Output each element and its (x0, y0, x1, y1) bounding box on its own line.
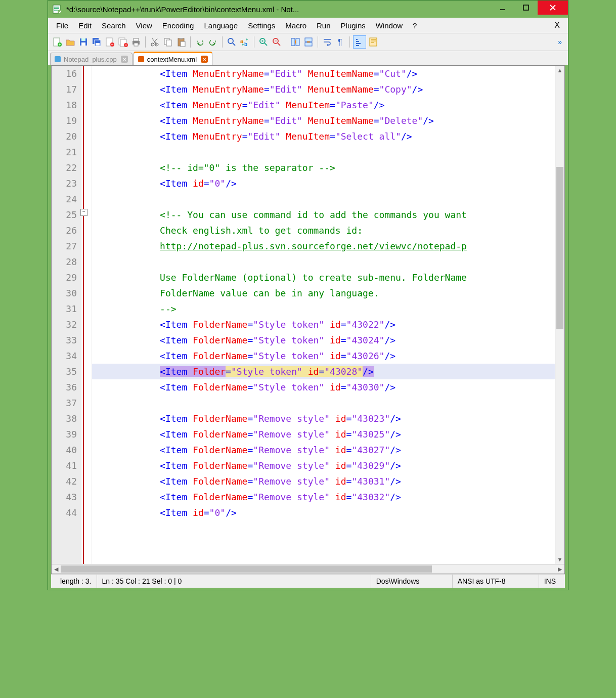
scrollbar-thumb[interactable] (556, 167, 563, 329)
svg-rect-39 (291, 38, 295, 46)
show-all-icon[interactable]: ¶ (334, 36, 346, 48)
app-window: *d:\source\Notepad++\trunk\PowerEditor\b… (48, 0, 568, 590)
svg-rect-42 (305, 42, 312, 46)
line-number-gutter: 1617181920212223242526272829303132333435… (52, 66, 81, 564)
replace-icon[interactable]: ab (239, 36, 251, 48)
svg-rect-27 (166, 40, 171, 46)
redo-icon[interactable] (207, 36, 219, 48)
window-buttons (491, 1, 568, 18)
svg-rect-29 (180, 38, 183, 39)
svg-rect-13 (96, 43, 100, 46)
toolbar-separator (318, 36, 318, 48)
status-encoding[interactable]: ANSI as UTF-8 (453, 575, 539, 588)
fold-margin[interactable]: − (81, 66, 92, 564)
status-length: length : 3. (55, 575, 97, 588)
scroll-left-icon[interactable]: ◀ (52, 566, 61, 573)
tab-label: contextMenu.xml (147, 56, 197, 63)
tab-bar: Notepad_plus.cpp ✕ contextMenu.xml ✕ (48, 51, 568, 65)
menu-window[interactable]: Window (371, 19, 408, 32)
menu-macro[interactable]: Macro (280, 19, 312, 32)
open-icon[interactable] (64, 36, 76, 48)
menu-close-doc[interactable]: X (549, 19, 565, 32)
svg-line-38 (278, 43, 280, 46)
menu-search[interactable]: Search (97, 19, 131, 32)
svg-rect-9 (81, 38, 85, 41)
svg-line-36 (265, 43, 267, 46)
menu-edit[interactable]: Edit (73, 19, 97, 32)
indent-guide-icon[interactable] (353, 35, 366, 49)
close-icon[interactable] (104, 36, 116, 48)
svg-point-31 (228, 38, 233, 43)
app-icon (52, 4, 62, 14)
save-icon[interactable] (77, 36, 90, 48)
scroll-up-icon[interactable]: ▲ (555, 66, 564, 75)
undo-icon[interactable] (194, 36, 206, 48)
menu-encoding[interactable]: Encoding (157, 19, 199, 32)
svg-rect-10 (81, 42, 85, 46)
toolbar-separator (145, 36, 146, 48)
menu-settings[interactable]: Settings (243, 19, 280, 32)
svg-rect-3 (523, 5, 529, 10)
scroll-down-icon[interactable]: ▼ (555, 555, 564, 564)
toolbar-separator (254, 36, 254, 48)
scrollbar-thumb[interactable] (61, 565, 432, 573)
tab-close-icon[interactable]: ✕ (121, 56, 128, 63)
status-insert-mode[interactable]: INS (539, 575, 561, 588)
change-marker (83, 66, 84, 564)
menu-view[interactable]: View (131, 19, 157, 32)
toolbar-separator (286, 36, 286, 48)
find-icon[interactable] (226, 36, 238, 48)
horizontal-scrollbar[interactable]: ◀ ▶ (52, 564, 564, 574)
editor: 1617181920212223242526272829303132333435… (51, 65, 565, 574)
new-icon[interactable] (51, 36, 63, 48)
vertical-scrollbar[interactable]: ▲ ▼ (555, 66, 564, 564)
status-bar: length : 3. Ln : 35 Col : 21 Sel : 0 | 0… (51, 574, 565, 588)
svg-rect-40 (296, 38, 299, 46)
word-wrap-icon[interactable] (321, 36, 333, 48)
sync-v-icon[interactable] (289, 36, 301, 48)
svg-text:a: a (240, 38, 243, 44)
scrollbar-track[interactable] (61, 564, 555, 574)
cut-icon[interactable] (149, 36, 161, 48)
svg-rect-44 (370, 38, 377, 46)
close-all-icon[interactable] (117, 36, 129, 48)
menu-help[interactable]: ? (408, 19, 422, 32)
menu-plugins[interactable]: Plugins (336, 19, 371, 32)
toolbar-separator (190, 36, 191, 48)
status-eol[interactable]: Dos\Windows (371, 575, 453, 588)
print-icon[interactable] (130, 36, 142, 48)
doc-map-icon[interactable] (367, 36, 379, 48)
tab-active[interactable]: contextMenu.xml ✕ (134, 52, 212, 65)
tab-label: Notepad_plus.cpp (64, 56, 117, 63)
file-type-icon (55, 56, 61, 62)
menu-file[interactable]: File (51, 19, 73, 32)
file-modified-icon (138, 56, 144, 62)
titlebar[interactable]: *d:\source\Notepad++\trunk\PowerEditor\b… (48, 1, 568, 18)
svg-rect-30 (181, 41, 185, 47)
tab-close-icon[interactable]: ✕ (201, 56, 208, 63)
fold-toggle-icon[interactable]: − (80, 209, 87, 216)
menu-run[interactable]: Run (312, 19, 336, 32)
minimize-button[interactable] (491, 1, 514, 15)
menu-language[interactable]: Language (199, 19, 243, 32)
svg-rect-22 (134, 38, 139, 41)
copy-icon[interactable] (162, 36, 174, 48)
svg-rect-23 (134, 43, 138, 46)
paste-icon[interactable] (175, 36, 187, 48)
svg-text:b: b (244, 41, 247, 47)
code-area[interactable]: <Item MenuEntryName="Edit" MenuItemName=… (92, 66, 555, 564)
toolbar-separator (222, 36, 223, 48)
svg-rect-41 (305, 38, 312, 41)
sync-h-icon[interactable] (302, 36, 315, 48)
toolbar-overflow-icon[interactable]: » (555, 38, 565, 46)
zoom-in-icon[interactable] (257, 36, 270, 48)
maximize-button[interactable] (514, 1, 538, 15)
save-all-icon[interactable] (91, 36, 103, 48)
toolbar: ab ¶ » (48, 33, 568, 51)
window-title: *d:\source\Notepad++\trunk\PowerEditor\b… (66, 5, 491, 14)
editor-viewport[interactable]: 1617181920212223242526272829303132333435… (52, 66, 564, 564)
tab-inactive[interactable]: Notepad_plus.cpp ✕ (50, 53, 133, 65)
zoom-out-icon[interactable] (271, 36, 283, 48)
scroll-right-icon[interactable]: ▶ (555, 566, 564, 573)
close-button[interactable] (538, 1, 568, 15)
